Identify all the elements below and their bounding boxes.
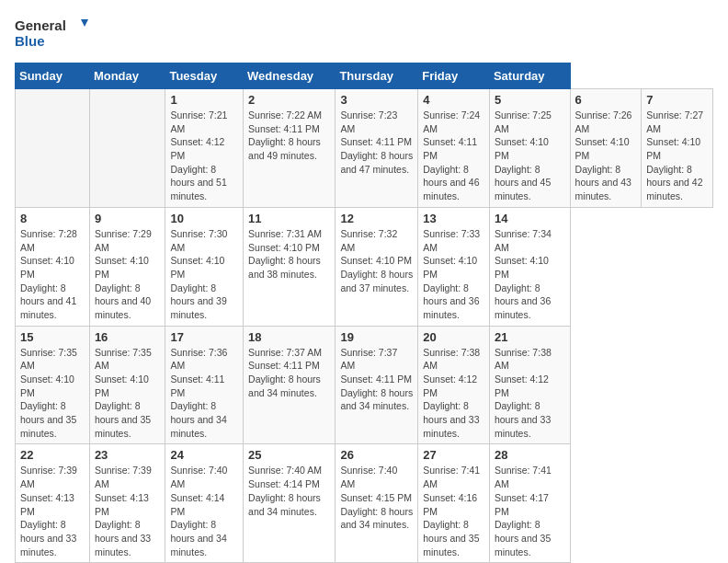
day-info: Sunrise: 7:41 AMSunset: 4:16 PMDaylight:… <box>423 464 484 558</box>
day-number: 21 <box>495 330 565 344</box>
empty-cell <box>89 89 165 208</box>
day-number: 1 <box>170 93 238 107</box>
day-cell-23: 23 Sunrise: 7:39 AMSunset: 4:13 PMDaylig… <box>89 444 165 563</box>
day-cell-22: 22 Sunrise: 7:39 AMSunset: 4:13 PMDaylig… <box>16 444 90 563</box>
day-number: 9 <box>95 212 161 225</box>
day-number: 18 <box>248 330 330 344</box>
day-info: Sunrise: 7:34 AMSunset: 4:10 PMDaylight:… <box>495 227 565 322</box>
day-number: 23 <box>95 448 161 462</box>
header: General Blue <box>15 15 713 52</box>
day-info: Sunrise: 7:38 AMSunset: 4:12 PMDaylight:… <box>423 346 484 441</box>
svg-text:Blue: Blue <box>15 33 45 49</box>
day-info: Sunrise: 7:38 AMSunset: 4:12 PMDaylight:… <box>495 346 565 441</box>
day-number: 25 <box>248 448 330 462</box>
day-number: 13 <box>423 212 484 225</box>
day-number: 24 <box>170 448 238 462</box>
day-cell-10: 10 Sunrise: 7:30 AMSunset: 4:10 PMDaylig… <box>165 207 244 326</box>
day-number: 8 <box>20 212 85 225</box>
day-header-thursday: Thursday <box>336 63 418 89</box>
day-number: 6 <box>575 93 637 107</box>
day-info: Sunrise: 7:25 AMSunset: 4:10 PMDaylight:… <box>495 109 565 203</box>
empty-cell <box>16 89 90 208</box>
day-cell-9: 9 Sunrise: 7:29 AMSunset: 4:10 PMDayligh… <box>89 207 165 326</box>
day-info: Sunrise: 7:31 AMSunset: 4:10 PMDaylight:… <box>248 227 330 282</box>
day-header-friday: Friday <box>418 63 490 89</box>
day-cell-21: 21 Sunrise: 7:38 AMSunset: 4:12 PMDaylig… <box>489 326 570 444</box>
day-cell-26: 26 Sunrise: 7:40 AMSunset: 4:15 PMDaylig… <box>336 444 418 563</box>
day-cell-20: 20 Sunrise: 7:38 AMSunset: 4:12 PMDaylig… <box>418 326 490 444</box>
day-cell-11: 11 Sunrise: 7:31 AMSunset: 4:10 PMDaylig… <box>244 207 336 326</box>
week-row-3: 22 Sunrise: 7:39 AMSunset: 4:13 PMDaylig… <box>16 444 713 563</box>
day-cell-1: 1 Sunrise: 7:21 AMSunset: 4:12 PMDayligh… <box>165 89 244 208</box>
day-cell-25: 25 Sunrise: 7:40 AMSunset: 4:14 PMDaylig… <box>244 444 336 563</box>
day-cell-8: 8 Sunrise: 7:28 AMSunset: 4:10 PMDayligh… <box>16 207 90 326</box>
day-cell-14: 14 Sunrise: 7:34 AMSunset: 4:10 PMDaylig… <box>489 207 570 326</box>
logo: General Blue <box>15 15 88 52</box>
svg-text:General: General <box>15 17 66 33</box>
day-info: Sunrise: 7:36 AMSunset: 4:11 PMDaylight:… <box>170 346 238 441</box>
day-header-tuesday: Tuesday <box>165 63 244 89</box>
day-info: Sunrise: 7:39 AMSunset: 4:13 PMDaylight:… <box>95 464 161 558</box>
day-number: 20 <box>423 330 484 344</box>
logo-svg: General Blue <box>15 15 88 52</box>
day-header-wednesday: Wednesday <box>244 63 336 89</box>
day-number: 12 <box>340 212 413 225</box>
day-header-row: SundayMondayTuesdayWednesdayThursdayFrid… <box>16 63 713 89</box>
day-info: Sunrise: 7:33 AMSunset: 4:10 PMDaylight:… <box>423 227 484 322</box>
day-number: 19 <box>340 330 413 344</box>
day-info: Sunrise: 7:28 AMSunset: 4:10 PMDaylight:… <box>20 227 85 322</box>
day-info: Sunrise: 7:23 AMSunset: 4:11 PMDaylight:… <box>340 109 413 176</box>
day-number: 10 <box>170 212 238 225</box>
day-info: Sunrise: 7:40 AMSunset: 4:15 PMDaylight:… <box>340 464 413 531</box>
day-info: Sunrise: 7:22 AMSunset: 4:11 PMDaylight:… <box>248 109 330 163</box>
day-cell-16: 16 Sunrise: 7:35 AMSunset: 4:10 PMDaylig… <box>89 326 165 444</box>
week-row-0: 1 Sunrise: 7:21 AMSunset: 4:12 PMDayligh… <box>16 89 713 208</box>
day-info: Sunrise: 7:35 AMSunset: 4:10 PMDaylight:… <box>95 346 161 441</box>
day-info: Sunrise: 7:39 AMSunset: 4:13 PMDaylight:… <box>20 464 85 558</box>
day-cell-4: 4 Sunrise: 7:24 AMSunset: 4:11 PMDayligh… <box>418 89 490 208</box>
day-number: 5 <box>495 93 565 107</box>
day-cell-17: 17 Sunrise: 7:36 AMSunset: 4:11 PMDaylig… <box>165 326 244 444</box>
week-row-2: 15 Sunrise: 7:35 AMSunset: 4:10 PMDaylig… <box>16 326 713 444</box>
day-number: 11 <box>248 212 330 225</box>
day-cell-27: 27 Sunrise: 7:41 AMSunset: 4:16 PMDaylig… <box>418 444 490 563</box>
day-cell-6: 6 Sunrise: 7:26 AMSunset: 4:10 PMDayligh… <box>570 89 642 208</box>
day-cell-13: 13 Sunrise: 7:33 AMSunset: 4:10 PMDaylig… <box>418 207 490 326</box>
day-number: 28 <box>495 448 565 462</box>
day-cell-28: 28 Sunrise: 7:41 AMSunset: 4:17 PMDaylig… <box>489 444 570 563</box>
day-info: Sunrise: 7:24 AMSunset: 4:11 PMDaylight:… <box>423 109 484 203</box>
svg-marker-2 <box>81 19 88 27</box>
day-info: Sunrise: 7:37 AMSunset: 4:11 PMDaylight:… <box>340 346 413 413</box>
day-number: 17 <box>170 330 238 344</box>
day-info: Sunrise: 7:35 AMSunset: 4:10 PMDaylight:… <box>20 346 85 441</box>
calendar-body: 1 Sunrise: 7:21 AMSunset: 4:12 PMDayligh… <box>16 89 713 564</box>
day-info: Sunrise: 7:40 AMSunset: 4:14 PMDaylight:… <box>170 464 238 558</box>
day-number: 27 <box>423 448 484 462</box>
day-cell-3: 3 Sunrise: 7:23 AMSunset: 4:11 PMDayligh… <box>336 89 418 208</box>
day-info: Sunrise: 7:30 AMSunset: 4:10 PMDaylight:… <box>170 227 238 322</box>
week-row-1: 8 Sunrise: 7:28 AMSunset: 4:10 PMDayligh… <box>16 207 713 326</box>
day-info: Sunrise: 7:37 AMSunset: 4:11 PMDaylight:… <box>248 346 330 400</box>
day-header-saturday: Saturday <box>489 63 570 89</box>
day-number: 2 <box>248 93 330 107</box>
day-cell-12: 12 Sunrise: 7:32 AMSunset: 4:10 PMDaylig… <box>336 207 418 326</box>
day-info: Sunrise: 7:21 AMSunset: 4:12 PMDaylight:… <box>170 109 238 203</box>
day-cell-24: 24 Sunrise: 7:40 AMSunset: 4:14 PMDaylig… <box>165 444 244 563</box>
calendar-table: SundayMondayTuesdayWednesdayThursdayFrid… <box>15 63 713 563</box>
day-info: Sunrise: 7:27 AMSunset: 4:10 PMDaylight:… <box>646 109 708 203</box>
day-cell-15: 15 Sunrise: 7:35 AMSunset: 4:10 PMDaylig… <box>16 326 90 444</box>
day-number: 26 <box>340 448 413 462</box>
day-number: 22 <box>20 448 85 462</box>
day-info: Sunrise: 7:29 AMSunset: 4:10 PMDaylight:… <box>95 227 161 322</box>
day-cell-7: 7 Sunrise: 7:27 AMSunset: 4:10 PMDayligh… <box>642 89 713 208</box>
day-info: Sunrise: 7:32 AMSunset: 4:10 PMDaylight:… <box>340 227 413 294</box>
day-info: Sunrise: 7:26 AMSunset: 4:10 PMDaylight:… <box>575 109 637 203</box>
day-cell-5: 5 Sunrise: 7:25 AMSunset: 4:10 PMDayligh… <box>489 89 570 208</box>
day-number: 7 <box>646 93 708 107</box>
day-info: Sunrise: 7:40 AMSunset: 4:14 PMDaylight:… <box>248 464 330 518</box>
day-header-sunday: Sunday <box>16 63 90 89</box>
day-number: 16 <box>95 330 161 344</box>
day-number: 15 <box>20 330 85 344</box>
day-cell-2: 2 Sunrise: 7:22 AMSunset: 4:11 PMDayligh… <box>244 89 336 208</box>
day-number: 14 <box>495 212 565 225</box>
